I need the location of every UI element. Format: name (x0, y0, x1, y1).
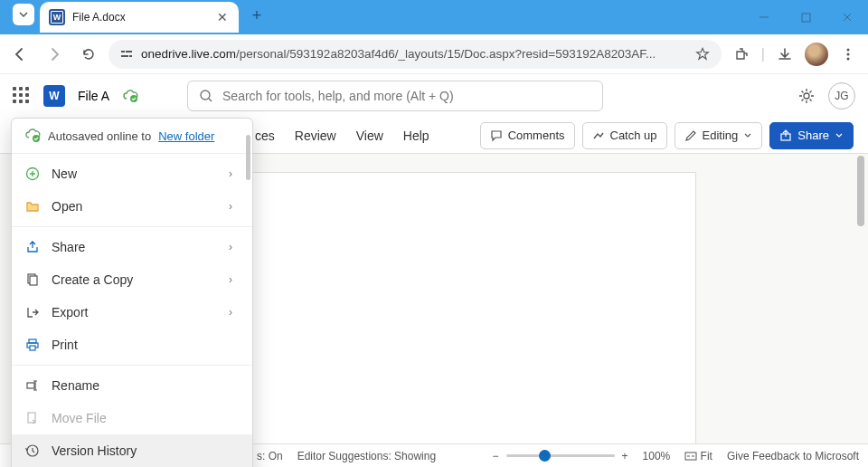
editing-mode-button[interactable]: Editing (675, 122, 763, 149)
menu-print[interactable]: Print (12, 329, 252, 361)
history-icon (24, 443, 41, 459)
maximize-button[interactable] (785, 0, 826, 34)
menu-create-copy[interactable]: Create a Copy › (12, 263, 252, 296)
header-right: JG (797, 82, 855, 110)
track-changes-status[interactable]: s: On (257, 450, 283, 462)
tab-help[interactable]: Help (403, 125, 429, 147)
search-input[interactable] (222, 89, 591, 103)
close-window-button[interactable] (826, 0, 868, 34)
menu-share[interactable]: Share › (12, 231, 252, 263)
svg-rect-2 (121, 51, 125, 52)
chevron-down-icon (18, 9, 29, 20)
tab-close-button[interactable]: ✕ (215, 10, 230, 24)
menu-export[interactable]: Export › (12, 296, 252, 329)
catchup-icon (592, 129, 605, 142)
svg-rect-21 (27, 383, 34, 388)
chevron-right-icon: › (229, 167, 232, 180)
zoom-thumb[interactable] (539, 450, 551, 462)
browser-toolbar: onedrive.live.com/personal/593192a8203af… (0, 34, 868, 74)
fit-toggle[interactable]: Fit (684, 450, 712, 462)
move-file-icon (24, 410, 41, 426)
document-name[interactable]: File A (78, 89, 109, 103)
menu-open[interactable]: Open › (12, 190, 252, 223)
reload-button[interactable] (74, 40, 103, 69)
feedback-link[interactable]: Give Feedback to Microsoft (727, 450, 859, 462)
search-box[interactable] (187, 81, 603, 111)
share-icon (779, 129, 792, 142)
printer-icon (24, 337, 41, 353)
tab-search-button[interactable] (13, 4, 34, 25)
tab-review[interactable]: Review (295, 125, 336, 147)
plus-circle-icon (24, 166, 41, 182)
browser-titlebar: W File A.docx ✕ + (0, 0, 868, 34)
svg-rect-17 (30, 276, 37, 285)
new-tab-button[interactable]: + (244, 3, 269, 28)
app-launcher-button[interactable] (13, 87, 31, 105)
file-menu: Autosaved online to New folder New › Ope… (11, 118, 253, 467)
svg-point-9 (130, 95, 137, 102)
zoom-track[interactable] (506, 454, 615, 457)
svg-rect-20 (30, 346, 35, 350)
word-favicon: W (49, 9, 65, 25)
downloads-button[interactable] (770, 40, 799, 69)
catchup-button[interactable]: Catch up (582, 122, 667, 149)
svg-point-10 (201, 91, 210, 100)
comments-button[interactable]: Comments (480, 122, 575, 149)
app-header: W File A JG (0, 74, 868, 118)
chevron-down-icon (743, 131, 752, 140)
rename-icon (24, 377, 41, 394)
search-icon (199, 89, 213, 103)
zoom-percent[interactable]: 100% (643, 450, 671, 462)
svg-rect-27 (685, 453, 696, 460)
autosave-status: Autosaved online to New folder (12, 119, 252, 153)
back-button[interactable] (5, 40, 34, 69)
ribbon-right: Comments Catch up Editing Share (480, 122, 854, 149)
chevron-right-icon: › (229, 306, 232, 319)
folder-open-icon (24, 198, 41, 214)
url-text: onedrive.live.com/personal/593192a8203af… (141, 47, 687, 61)
tab-references[interactable]: ces (255, 125, 275, 147)
extensions-button[interactable] (727, 40, 756, 69)
vertical-scrollbar[interactable] (857, 156, 864, 226)
share-arrow-icon (24, 239, 41, 255)
svg-line-11 (209, 99, 212, 101)
menu-version-history[interactable]: Version History (12, 434, 252, 467)
menu-new[interactable]: New › (12, 157, 252, 190)
chevron-right-icon: › (229, 273, 232, 286)
menu-rename[interactable]: Rename (12, 369, 252, 402)
address-bar[interactable]: onedrive.live.com/personal/593192a8203af… (108, 40, 722, 69)
word-app-icon[interactable]: W (43, 85, 65, 107)
zoom-out-button[interactable]: − (493, 450, 499, 462)
tab-view[interactable]: View (356, 125, 383, 147)
account-button[interactable]: JG (828, 82, 855, 110)
chevron-right-icon: › (229, 200, 232, 213)
minimize-button[interactable] (743, 0, 785, 34)
forward-button[interactable] (40, 40, 69, 69)
site-settings-icon[interactable] (119, 47, 134, 62)
saved-cloud-icon[interactable] (122, 88, 138, 104)
cloud-sync-icon (24, 128, 41, 144)
browser-tab[interactable]: W File A.docx ✕ (40, 2, 239, 33)
svg-rect-18 (29, 339, 36, 343)
share-button[interactable]: Share (769, 122, 854, 149)
zoom-slider: − + (493, 450, 628, 462)
svg-point-6 (847, 48, 850, 51)
svg-rect-4 (121, 55, 128, 57)
editor-suggestions-status[interactable]: Editor Suggestions: Showing (297, 450, 436, 462)
settings-gear-icon[interactable] (797, 87, 816, 105)
export-icon (24, 304, 41, 320)
profile-avatar[interactable] (805, 43, 828, 66)
star-icon[interactable] (694, 46, 711, 62)
window-controls (743, 0, 868, 34)
autosave-location-link[interactable]: New folder (158, 129, 214, 143)
menu-scrollbar[interactable] (246, 135, 250, 180)
tab-well: W File A.docx ✕ + (0, 0, 269, 34)
chevron-down-icon (835, 131, 844, 140)
comment-icon (490, 129, 503, 142)
svg-point-7 (847, 52, 850, 55)
browser-menu-button[interactable] (834, 40, 863, 69)
chevron-right-icon: › (229, 241, 232, 253)
separator: | (761, 46, 765, 62)
zoom-in-button[interactable]: + (622, 450, 628, 462)
menu-move-file: Move File (12, 402, 252, 434)
